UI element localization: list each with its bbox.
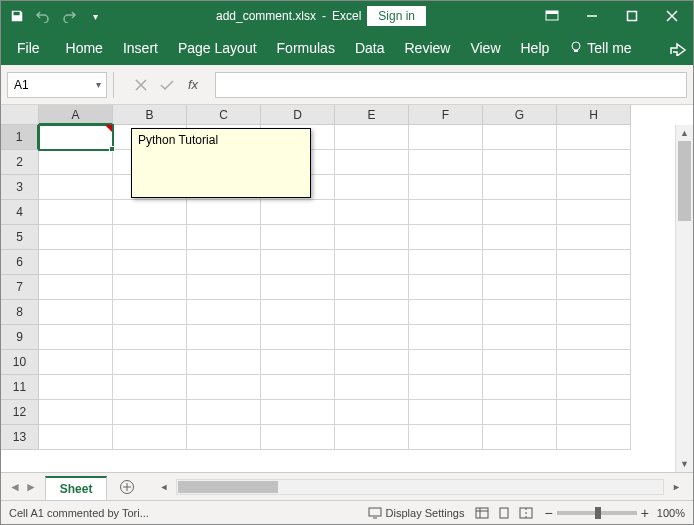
col-head-f[interactable]: F [409, 105, 483, 125]
col-head-g[interactable]: G [483, 105, 557, 125]
cell[interactable] [39, 400, 113, 425]
save-icon[interactable] [7, 6, 27, 26]
cell[interactable] [113, 350, 187, 375]
row-head-1[interactable]: 1 [1, 125, 39, 150]
cell[interactable] [187, 225, 261, 250]
tab-file[interactable]: File [7, 34, 50, 62]
cell[interactable] [113, 225, 187, 250]
cell[interactable] [261, 350, 335, 375]
cell[interactable] [409, 400, 483, 425]
cell[interactable] [187, 425, 261, 450]
cell[interactable] [261, 250, 335, 275]
cell[interactable] [335, 125, 409, 150]
cell[interactable] [335, 250, 409, 275]
row-head-12[interactable]: 12 [1, 400, 39, 425]
row-head-3[interactable]: 3 [1, 175, 39, 200]
row-head-11[interactable]: 11 [1, 375, 39, 400]
tab-review[interactable]: Review [395, 34, 461, 62]
cell[interactable] [335, 325, 409, 350]
cell[interactable] [187, 250, 261, 275]
row-head-4[interactable]: 4 [1, 200, 39, 225]
cell[interactable] [409, 200, 483, 225]
zoom-in-icon[interactable]: + [641, 505, 649, 521]
cell[interactable] [409, 350, 483, 375]
cell[interactable] [335, 400, 409, 425]
row-head-9[interactable]: 9 [1, 325, 39, 350]
cell[interactable] [409, 375, 483, 400]
cell[interactable] [335, 375, 409, 400]
cell[interactable] [483, 300, 557, 325]
fill-handle[interactable] [109, 146, 115, 152]
tab-page-layout[interactable]: Page Layout [168, 34, 267, 62]
cell[interactable] [187, 300, 261, 325]
cell[interactable] [557, 150, 631, 175]
cell[interactable] [483, 375, 557, 400]
cell[interactable] [187, 275, 261, 300]
cell[interactable] [409, 425, 483, 450]
formula-input[interactable] [215, 72, 687, 98]
tab-view[interactable]: View [460, 34, 510, 62]
scroll-right-icon[interactable]: ► [670, 482, 683, 492]
cell[interactable] [39, 175, 113, 200]
cell[interactable] [557, 225, 631, 250]
scroll-left-icon[interactable]: ◄ [157, 482, 170, 492]
enter-formula-icon[interactable] [157, 75, 177, 95]
add-sheet-button[interactable] [107, 479, 147, 495]
cell[interactable] [557, 375, 631, 400]
sheet-nav-buttons[interactable]: ◄ ► [1, 480, 45, 494]
cell[interactable] [409, 225, 483, 250]
cell[interactable] [261, 400, 335, 425]
cell[interactable] [335, 350, 409, 375]
cell[interactable] [113, 300, 187, 325]
qat-customize-icon[interactable]: ▾ [85, 6, 105, 26]
share-button[interactable] [669, 40, 687, 56]
cell[interactable] [483, 275, 557, 300]
cell[interactable] [261, 275, 335, 300]
cell[interactable] [335, 150, 409, 175]
cell[interactable] [483, 125, 557, 150]
col-head-h[interactable]: H [557, 105, 631, 125]
undo-icon[interactable] [33, 6, 53, 26]
cell[interactable] [39, 375, 113, 400]
row-head-5[interactable]: 5 [1, 225, 39, 250]
cell[interactable] [39, 425, 113, 450]
cell[interactable] [557, 125, 631, 150]
row-head-13[interactable]: 13 [1, 425, 39, 450]
cell[interactable] [261, 325, 335, 350]
view-page-layout-icon[interactable] [494, 504, 514, 522]
tab-formulas[interactable]: Formulas [267, 34, 345, 62]
cell[interactable] [261, 200, 335, 225]
maximize-button[interactable] [617, 6, 647, 26]
minimize-button[interactable] [577, 6, 607, 26]
cell[interactable] [39, 225, 113, 250]
cell[interactable] [409, 275, 483, 300]
cell[interactable] [261, 300, 335, 325]
cell[interactable] [187, 400, 261, 425]
cell[interactable] [335, 425, 409, 450]
zoom-slider[interactable]: − + [544, 505, 648, 521]
cell[interactable] [409, 325, 483, 350]
vertical-scroll-thumb[interactable] [678, 141, 691, 221]
horizontal-scrollbar[interactable] [176, 479, 664, 495]
cell[interactable] [557, 400, 631, 425]
scroll-up-icon[interactable]: ▲ [676, 125, 693, 141]
cell[interactable] [335, 200, 409, 225]
cell[interactable] [39, 150, 113, 175]
cell[interactable] [113, 275, 187, 300]
horizontal-scroll-thumb[interactable] [178, 481, 278, 493]
fx-icon[interactable]: fx [183, 75, 203, 95]
vertical-scrollbar[interactable]: ▲ ▼ [675, 125, 693, 472]
cell-a1[interactable] [39, 125, 113, 150]
cell[interactable] [557, 175, 631, 200]
sign-in-button[interactable]: Sign in [367, 6, 426, 26]
name-box[interactable]: A1 ▾ [7, 72, 107, 98]
tab-data[interactable]: Data [345, 34, 395, 62]
cell[interactable] [39, 350, 113, 375]
zoom-out-icon[interactable]: − [544, 505, 552, 521]
view-page-break-icon[interactable] [516, 504, 536, 522]
cell[interactable] [557, 300, 631, 325]
view-normal-icon[interactable] [472, 504, 492, 522]
close-button[interactable] [657, 6, 687, 26]
cell[interactable] [483, 400, 557, 425]
tell-me[interactable]: Tell me [559, 40, 631, 56]
